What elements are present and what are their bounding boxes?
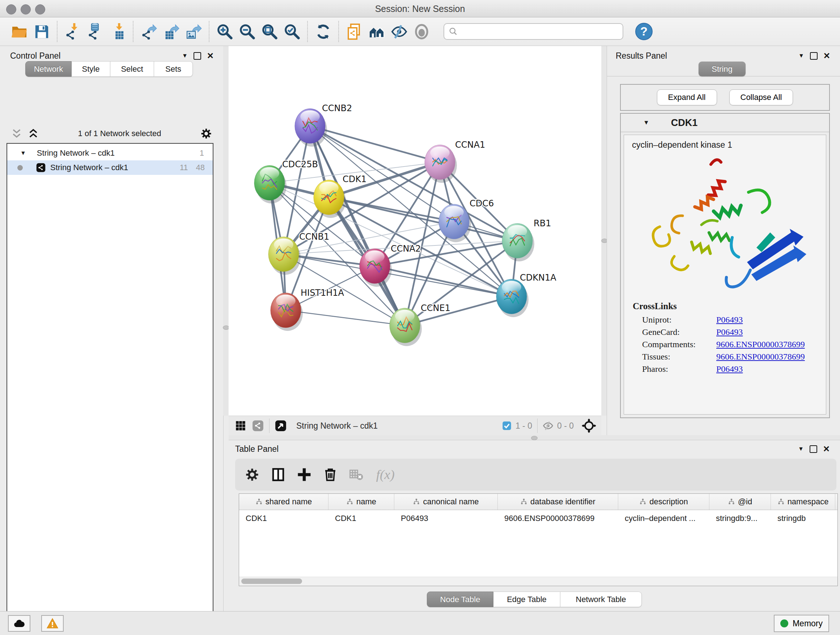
panel-float-menu-icon[interactable]: ▼ bbox=[798, 446, 804, 452]
network-edge[interactable] bbox=[310, 126, 440, 162]
network-edge[interactable] bbox=[310, 126, 517, 241]
tab-node-table[interactable]: Node Table bbox=[427, 592, 493, 607]
crosslink-link[interactable]: P06493 bbox=[716, 315, 743, 325]
search-input[interactable] bbox=[461, 27, 622, 36]
collapse-triangle-icon[interactable]: ▼ bbox=[20, 150, 26, 157]
save-session-button[interactable] bbox=[30, 20, 53, 43]
help-button[interactable] bbox=[633, 20, 655, 43]
column-header-shared-name[interactable]: shared name bbox=[239, 494, 328, 510]
apply-layout-button[interactable] bbox=[312, 20, 334, 43]
network-edge[interactable] bbox=[286, 310, 405, 325]
memory-button[interactable]: Memory bbox=[774, 615, 829, 632]
crosslink-link[interactable]: P06493 bbox=[716, 364, 743, 374]
network-node-HIST1H1A[interactable]: HIST1H1A bbox=[271, 288, 344, 331]
network-node-CDKN1A[interactable]: CDKN1A bbox=[496, 272, 556, 317]
string-network-graph[interactable]: CCNB2CCNA1CDC25BCDK1CDC6RB1CCNB1CCNA2CDK… bbox=[229, 46, 601, 416]
network-node-CDC25B[interactable]: CDC25B bbox=[254, 159, 318, 203]
hide-selected-button[interactable] bbox=[388, 20, 410, 43]
toolbar-search-field[interactable] bbox=[444, 23, 623, 40]
export-network-button[interactable] bbox=[137, 20, 160, 43]
new-network-from-selection-button[interactable] bbox=[343, 20, 365, 43]
table-cell[interactable]: stringdb bbox=[771, 514, 835, 523]
splitter-handle[interactable] bbox=[531, 436, 538, 440]
warnings-button[interactable] bbox=[41, 615, 64, 632]
zoom-fit-button[interactable] bbox=[258, 20, 281, 43]
first-neighbors-button[interactable] bbox=[365, 20, 388, 43]
crosslink-link[interactable]: P06493 bbox=[716, 327, 743, 337]
export-image-button[interactable] bbox=[182, 20, 205, 43]
open-session-button[interactable] bbox=[8, 20, 30, 43]
tab-string[interactable]: String bbox=[699, 62, 745, 76]
grid-view-icon[interactable] bbox=[234, 420, 247, 432]
table-cell[interactable]: CDK1 bbox=[328, 514, 394, 523]
scrollbar-thumb[interactable] bbox=[241, 578, 302, 584]
table-cell[interactable]: 9606.ENSP00000378699 bbox=[498, 514, 618, 523]
column-header-namespace[interactable]: namespace bbox=[771, 494, 835, 510]
network-node-CCNB1[interactable]: CCNB1 bbox=[268, 232, 329, 275]
panel-close-icon[interactable]: ✕ bbox=[823, 52, 830, 60]
collapse-all-chevrons-icon[interactable] bbox=[11, 128, 22, 139]
panel-float-icon[interactable] bbox=[810, 52, 818, 60]
collapse-triangle-icon[interactable]: ▼ bbox=[643, 119, 649, 126]
horizontal-splitter[interactable] bbox=[229, 435, 840, 440]
table-cell[interactable]: P06493 bbox=[394, 514, 498, 523]
show-all-button[interactable] bbox=[410, 20, 433, 43]
network-row-selected[interactable]: String Network – cdk1 11 48 bbox=[7, 160, 213, 175]
zoom-selected-button[interactable] bbox=[281, 20, 303, 43]
crosslink-link[interactable]: 9606.ENSP00000378699 bbox=[716, 340, 805, 349]
expand-all-button[interactable]: Expand All bbox=[657, 89, 717, 105]
horizontal-scrollbar[interactable] bbox=[239, 577, 837, 586]
tab-network-table[interactable]: Network Table bbox=[561, 592, 642, 607]
network-node-CDC6[interactable]: CDC6 bbox=[439, 198, 494, 242]
network-collection-row[interactable]: ▼ String Network – cdk1 1 bbox=[7, 146, 213, 160]
network-node-CCNE1[interactable]: CCNE1 bbox=[390, 303, 450, 346]
export-table-button[interactable] bbox=[160, 20, 182, 43]
column-header-name[interactable]: name bbox=[328, 494, 394, 510]
table-cell[interactable]: CDK1 bbox=[239, 514, 328, 523]
tab-sets[interactable]: Sets bbox=[154, 61, 193, 77]
panel-float-icon[interactable] bbox=[810, 445, 817, 453]
tab-edge-table[interactable]: Edge Table bbox=[493, 592, 561, 607]
delete-column-icon[interactable] bbox=[323, 467, 338, 482]
panel-float-menu-icon[interactable]: ▼ bbox=[182, 52, 188, 59]
zoom-in-button[interactable] bbox=[213, 20, 236, 43]
select-columns-icon[interactable] bbox=[271, 467, 286, 482]
panel-float-icon[interactable] bbox=[194, 52, 201, 60]
import-network-file-button[interactable] bbox=[62, 20, 84, 43]
table-gear-icon[interactable] bbox=[245, 467, 260, 482]
birdseye-view-icon[interactable] bbox=[275, 420, 287, 432]
column-header-description[interactable]: description bbox=[618, 494, 709, 510]
table-cell[interactable]: stringdb:9... bbox=[709, 514, 771, 523]
crosshair-icon[interactable] bbox=[582, 418, 596, 433]
vertical-splitter[interactable] bbox=[602, 46, 607, 416]
column-header--id[interactable]: @id bbox=[709, 494, 771, 510]
tab-network[interactable]: Network bbox=[25, 61, 72, 77]
network-view-canvas[interactable]: CCNB2CCNA1CDC25BCDK1CDC6RB1CCNB1CCNA2CDK… bbox=[229, 46, 601, 416]
selected-checkbox-icon[interactable] bbox=[502, 421, 512, 431]
string-share-icon[interactable] bbox=[252, 420, 264, 432]
tab-select[interactable]: Select bbox=[111, 61, 154, 77]
table-cell[interactable]: cyclin–dependent ... bbox=[618, 514, 709, 523]
vertical-splitter[interactable] bbox=[223, 46, 228, 416]
panel-close-icon[interactable]: ✕ bbox=[207, 52, 214, 60]
panel-float-menu-icon[interactable]: ▼ bbox=[798, 52, 804, 59]
expand-all-chevrons-icon[interactable] bbox=[27, 128, 39, 139]
gene-header-row[interactable]: ▼ CDK1 bbox=[621, 114, 829, 132]
zoom-out-button[interactable] bbox=[236, 20, 258, 43]
add-column-icon[interactable] bbox=[297, 467, 312, 482]
network-node-CDK1[interactable]: CDK1 bbox=[314, 174, 366, 218]
network-node-RB1[interactable]: RB1 bbox=[502, 218, 551, 261]
column-header-canonical-name[interactable]: canonical name bbox=[394, 494, 498, 510]
gear-icon[interactable] bbox=[200, 127, 212, 140]
collapse-all-button[interactable]: Collapse All bbox=[729, 89, 793, 105]
table-row[interactable]: CDK1CDK1P064939606.ENSP00000378699cyclin… bbox=[239, 510, 837, 527]
panel-close-icon[interactable]: ✕ bbox=[823, 445, 830, 453]
tab-style[interactable]: Style bbox=[72, 61, 111, 77]
import-network-database-button[interactable] bbox=[84, 20, 106, 43]
crosslink-link[interactable]: 9606.ENSP00000378699 bbox=[716, 352, 805, 362]
network-node-CCNB2[interactable]: CCNB2 bbox=[295, 103, 352, 147]
column-header-database-identifier[interactable]: database identifier bbox=[498, 494, 618, 510]
import-table-button[interactable] bbox=[106, 20, 129, 43]
cloud-status-button[interactable] bbox=[8, 615, 30, 632]
network-node-CCNA2[interactable]: CCNA2 bbox=[360, 244, 421, 287]
